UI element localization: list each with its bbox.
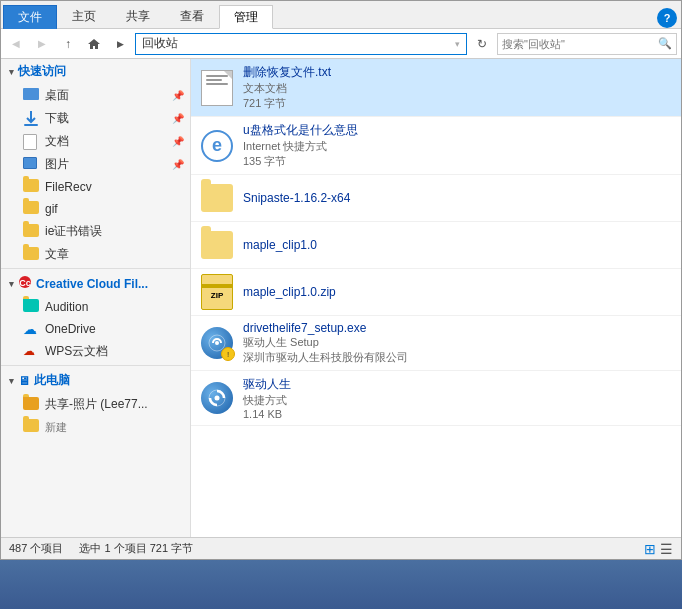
cc-label: Creative Cloud Fil... bbox=[36, 277, 148, 291]
sidebar-item-label: WPS云文档 bbox=[45, 343, 108, 360]
back-button[interactable]: ◀ bbox=[5, 33, 27, 55]
file-item-drive-setup[interactable]: ! drivethelife7_setup.exe 驱动人生 Setup 深圳市… bbox=[191, 316, 681, 371]
file-info: 删除恢复文件.txt 文本文档 721 字节 bbox=[243, 64, 673, 111]
file-company: 深圳市驱动人生科技股份有限公司 bbox=[243, 350, 673, 365]
help-button[interactable]: ? bbox=[657, 8, 677, 28]
divider2 bbox=[1, 365, 190, 366]
file-icon-txt bbox=[199, 70, 235, 106]
file-item-delete-restore[interactable]: 删除恢复文件.txt 文本文档 721 字节 bbox=[191, 59, 681, 117]
sidebar-item-filerecv[interactable]: FileRecv bbox=[1, 176, 190, 198]
detail-view-button[interactable]: ☰ bbox=[660, 541, 673, 557]
docs-icon bbox=[23, 134, 39, 150]
svg-point-6 bbox=[215, 396, 220, 401]
file-info: drivethelife7_setup.exe 驱动人生 Setup 深圳市驱动… bbox=[243, 321, 673, 365]
quick-access-header[interactable]: ▾ 快速访问 bbox=[1, 59, 190, 84]
sidebar-item-onedrive[interactable]: ☁ OneDrive bbox=[1, 318, 190, 340]
sidebar-item-pics[interactable]: 图片 📌 bbox=[1, 153, 190, 176]
breadcrumb-arrow[interactable]: ▶ bbox=[109, 33, 131, 55]
wps-icon: ☁ bbox=[23, 344, 39, 360]
sidebar-item-docs[interactable]: 文档 📌 bbox=[1, 130, 190, 153]
svg-point-4 bbox=[215, 341, 219, 345]
sidebar-item-label: ie证书错误 bbox=[45, 223, 102, 240]
breadcrumb-home[interactable] bbox=[83, 33, 105, 55]
taskbar bbox=[0, 560, 682, 609]
search-box: 🔍 bbox=[497, 33, 677, 55]
tab-manage[interactable]: 管理 bbox=[219, 5, 273, 29]
sidebar-item-label: 文档 bbox=[45, 133, 69, 150]
quick-access-label: 快速访问 bbox=[18, 63, 66, 80]
up-button[interactable]: ↑ bbox=[57, 33, 79, 55]
sidebar-item-shared[interactable]: 共享-照片 (Lee77... bbox=[1, 393, 190, 416]
sidebar-item-new[interactable]: 新建 bbox=[1, 416, 190, 438]
file-item-udisk[interactable]: e u盘格式化是什么意思 Internet 快捷方式 135 字节 bbox=[191, 117, 681, 175]
file-size: 721 字节 bbox=[243, 96, 673, 111]
file-info: u盘格式化是什么意思 Internet 快捷方式 135 字节 bbox=[243, 122, 673, 169]
tab-file[interactable]: 文件 bbox=[3, 5, 57, 29]
file-item-snipaste[interactable]: Snipaste-1.16.2-x64 bbox=[191, 175, 681, 222]
address-path[interactable]: 回收站 ▾ bbox=[135, 33, 467, 55]
forward-button[interactable]: ▶ bbox=[31, 33, 53, 55]
list-view-button[interactable]: ⊞ bbox=[644, 541, 656, 557]
folder-icon bbox=[23, 224, 39, 240]
file-icon-gear bbox=[199, 380, 235, 416]
sidebar-item-label: 新建 bbox=[45, 420, 67, 435]
shared-icon bbox=[23, 397, 39, 413]
cc-arrow: ▾ bbox=[9, 279, 14, 289]
folder-icon bbox=[23, 179, 39, 195]
address-text: 回收站 bbox=[142, 35, 178, 52]
divider bbox=[1, 268, 190, 269]
sidebar-item-article[interactable]: 文章 bbox=[1, 243, 190, 266]
sidebar-item-ie-cert[interactable]: ie证书错误 bbox=[1, 220, 190, 243]
explorer-window: 文件 主页 共享 查看 管理 ? ◀ ▶ ↑ ▶ 回收站 ▾ ↻ 🔍 bbox=[0, 0, 682, 560]
file-type: 文本文档 bbox=[243, 81, 673, 96]
file-item-maple-clip[interactable]: maple_clip1.0 bbox=[191, 222, 681, 269]
download-icon bbox=[23, 111, 39, 127]
file-item-maple-zip[interactable]: ZIP maple_clip1.0.zip bbox=[191, 269, 681, 316]
file-type: 快捷方式 bbox=[243, 393, 673, 408]
ribbon-tabs: 文件 主页 共享 查看 管理 ? bbox=[1, 1, 681, 29]
sidebar-item-label: 桌面 bbox=[45, 87, 69, 104]
sidebar-item-label: gif bbox=[45, 202, 58, 216]
search-input[interactable] bbox=[502, 38, 658, 50]
quick-access-arrow: ▾ bbox=[9, 67, 14, 77]
sidebar-item-audition[interactable]: Audition bbox=[1, 296, 190, 318]
sidebar-item-label: OneDrive bbox=[45, 322, 96, 336]
desktop-icon bbox=[23, 88, 39, 104]
file-icon-url: e bbox=[199, 128, 235, 164]
sidebar-item-download[interactable]: 下载 📌 bbox=[1, 107, 190, 130]
file-info: 驱动人生 快捷方式 1.14 KB bbox=[243, 376, 673, 420]
creative-cloud-header[interactable]: ▾ Cc Creative Cloud Fil... bbox=[1, 271, 190, 296]
sidebar-item-wps[interactable]: ☁ WPS云文档 bbox=[1, 340, 190, 363]
thispc-arrow: ▾ bbox=[9, 376, 14, 386]
sidebar-item-gif[interactable]: gif bbox=[1, 198, 190, 220]
view-toggle: ⊞ ☰ bbox=[644, 541, 673, 557]
refresh-button[interactable]: ↻ bbox=[471, 33, 493, 55]
sidebar: ▾ 快速访问 桌面 📌 下载 📌 bbox=[1, 59, 191, 537]
file-type: 驱动人生 Setup bbox=[243, 335, 673, 350]
file-icon-exe: ! bbox=[199, 325, 235, 361]
address-dropdown[interactable]: ▾ bbox=[455, 39, 460, 49]
file-name: drivethelife7_setup.exe bbox=[243, 321, 673, 335]
thispc-icon: 🖥 bbox=[18, 374, 30, 388]
this-pc-header[interactable]: ▾ 🖥 此电脑 bbox=[1, 368, 190, 393]
new-folder-icon bbox=[23, 419, 39, 435]
file-size: 1.14 KB bbox=[243, 408, 673, 420]
sidebar-item-label: 图片 bbox=[45, 156, 69, 173]
svg-rect-0 bbox=[24, 124, 38, 126]
selected-info: 选中 1 个项目 721 字节 bbox=[79, 541, 193, 556]
pin-icon: 📌 bbox=[172, 159, 184, 170]
file-info: Snipaste-1.16.2-x64 bbox=[243, 191, 673, 205]
tab-view[interactable]: 查看 bbox=[165, 4, 219, 28]
tab-home[interactable]: 主页 bbox=[57, 4, 111, 28]
search-button[interactable]: 🔍 bbox=[658, 37, 672, 50]
folder-icon bbox=[23, 201, 39, 217]
tab-share[interactable]: 共享 bbox=[111, 4, 165, 28]
item-count: 487 个项目 bbox=[9, 541, 63, 556]
file-item-drive-life[interactable]: 驱动人生 快捷方式 1.14 KB bbox=[191, 371, 681, 426]
sidebar-item-label: 文章 bbox=[45, 246, 69, 263]
cc-icon: Cc bbox=[18, 275, 32, 292]
file-type: Internet 快捷方式 bbox=[243, 139, 673, 154]
file-icon-folder bbox=[199, 180, 235, 216]
file-size: 135 字节 bbox=[243, 154, 673, 169]
sidebar-item-desktop[interactable]: 桌面 📌 bbox=[1, 84, 190, 107]
